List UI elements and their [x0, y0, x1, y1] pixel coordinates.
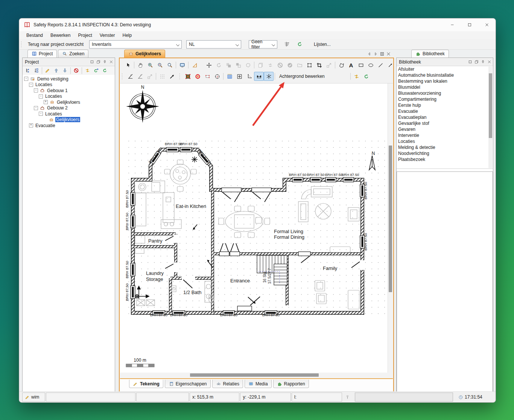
- minimize-button[interactable]: [444, 18, 461, 31]
- rectangle-tool-icon[interactable]: [356, 61, 366, 70]
- tree-row[interactable]: -Locaties: [23, 94, 115, 100]
- tree-expander-icon[interactable]: -: [29, 83, 33, 87]
- library-scrollbar[interactable]: [488, 67, 493, 168]
- show-angles-icon[interactable]: [264, 72, 274, 81]
- rotation-compass-icon[interactable]: [212, 72, 222, 81]
- tab-gelijkvloers[interactable]: Gelijkvloers: [124, 50, 165, 58]
- filter-icon[interactable]: [282, 40, 292, 49]
- tab-project[interactable]: Project: [27, 50, 57, 58]
- tree-row[interactable]: -Demo vestiging: [23, 76, 115, 82]
- library-item[interactable]: Interventie: [397, 132, 493, 138]
- group-objects-icon[interactable]: [224, 61, 233, 70]
- canvas-horizontal-scrollbar[interactable]: [120, 373, 393, 378]
- object-points-icon[interactable]: [202, 72, 212, 81]
- maximize-panel-icon[interactable]: [90, 60, 94, 64]
- replace-icon[interactable]: [265, 61, 275, 70]
- show-axes-icon[interactable]: [244, 72, 254, 81]
- measure-scale-icon[interactable]: [190, 61, 199, 70]
- refresh-icon[interactable]: [295, 40, 304, 49]
- refresh-drawing-icon[interactable]: [362, 72, 371, 81]
- tree-row[interactable]: -Gebouw 1: [23, 88, 115, 94]
- polygon-tool-icon[interactable]: [336, 61, 346, 70]
- menu-bewerken[interactable]: Bewerken: [47, 32, 74, 39]
- menu-venster[interactable]: Venster: [96, 32, 119, 39]
- crop-icon[interactable]: [314, 61, 324, 70]
- move-down-icon[interactable]: [61, 67, 69, 75]
- menu-bestand[interactable]: Bestand: [23, 32, 46, 39]
- tab-zoeken[interactable]: Zoeken: [58, 50, 88, 58]
- close-panel-icon[interactable]: [487, 60, 491, 64]
- snap-endpoint-icon[interactable]: [125, 72, 135, 81]
- maximize-panel-icon[interactable]: [468, 60, 472, 64]
- refresh-add-icon[interactable]: [92, 67, 100, 75]
- library-item[interactable]: Blusmiddel: [397, 84, 493, 90]
- lasso-select-icon[interactable]: [243, 61, 253, 70]
- fit-screen-icon[interactable]: [177, 61, 187, 70]
- tree-expander-icon[interactable]: -: [39, 94, 43, 99]
- zoom-out-icon[interactable]: [155, 61, 165, 70]
- pin-panel-icon[interactable]: [481, 60, 485, 64]
- library-item[interactable]: Compartimentering: [397, 96, 493, 102]
- close-button[interactable]: [478, 18, 496, 31]
- language-dropdown[interactable]: NL: [186, 40, 241, 49]
- tab-bibliotheek[interactable]: Bibliotheek: [411, 50, 449, 58]
- library-item[interactable]: Bluswatervoorziening: [397, 90, 493, 96]
- tree-row[interactable]: Gelijkvloers: [23, 117, 115, 123]
- library-item[interactable]: Gevaarlijke stof: [397, 120, 493, 126]
- sort-structure-icon[interactable]: [23, 67, 32, 75]
- close-panel-icon[interactable]: [109, 60, 113, 64]
- selection-frame-icon[interactable]: [304, 61, 314, 70]
- library-item[interactable]: Gevaren: [397, 126, 493, 132]
- move-up-icon[interactable]: [52, 67, 61, 75]
- show-dimensions-icon[interactable]: [254, 72, 264, 81]
- scale-object-icon[interactable]: [324, 61, 334, 70]
- snap-midpoint-icon[interactable]: [135, 72, 145, 81]
- zoom-tool-icon[interactable]: [165, 61, 175, 70]
- snap-object-icon[interactable]: [145, 72, 155, 81]
- library-item[interactable]: Automatische blusinstallatie: [397, 72, 493, 78]
- filter-dropdown[interactable]: Geen filter: [249, 40, 277, 49]
- tree-expander-icon[interactable]: +: [29, 123, 33, 127]
- document-list-icon[interactable]: [380, 52, 385, 56]
- tree-row[interactable]: -Locaties: [23, 82, 115, 88]
- pin-panel-icon[interactable]: [103, 60, 107, 64]
- tree-expander-icon[interactable]: -: [34, 106, 38, 110]
- rotate-object-icon[interactable]: [214, 61, 224, 70]
- next-document-icon[interactable]: [373, 52, 378, 56]
- library-item[interactable]: Afsluiter: [397, 66, 493, 72]
- pan-tool-icon[interactable]: [135, 61, 145, 70]
- text-tool-icon[interactable]: A: [346, 61, 356, 70]
- pointer-direction-icon[interactable]: [167, 72, 177, 81]
- tab-rapporten[interactable]: Rapporten: [273, 380, 309, 388]
- edit-background-button[interactable]: Achtergrond bewerken: [276, 72, 328, 80]
- grid-size-icon[interactable]: [234, 72, 244, 81]
- edit-item-icon[interactable]: [43, 67, 52, 75]
- tree-row[interactable]: +Gelijkvloers: [23, 99, 115, 105]
- tree-row[interactable]: +Evacuatie: [23, 123, 115, 129]
- tab-media[interactable]: Media: [245, 380, 272, 388]
- library-item[interactable]: Eerste hulp: [397, 102, 493, 108]
- library-item[interactable]: Bestemming van lokalen: [397, 78, 493, 84]
- arrow-tool-icon[interactable]: [385, 61, 395, 70]
- tab-eigenschappen[interactable]: Eigenschappen: [165, 380, 211, 388]
- snap-target-icon[interactable]: [193, 72, 202, 81]
- ungroup-objects-icon[interactable]: [233, 61, 243, 70]
- library-item[interactable]: Evacuatie: [397, 108, 493, 114]
- library-item[interactable]: Melding & detectie: [397, 144, 493, 150]
- inventory-dropdown[interactable]: Inventaris: [89, 40, 182, 49]
- library-item[interactable]: Evacuatieplan: [397, 114, 493, 120]
- ellipse-tool-icon[interactable]: [366, 61, 376, 70]
- sort-alphabetical-icon[interactable]: [32, 67, 41, 75]
- canvas-vertical-scrollbar[interactable]: [388, 83, 393, 373]
- float-panel-icon[interactable]: [474, 60, 479, 64]
- confirm-icon[interactable]: [285, 61, 295, 70]
- raster-settings-icon[interactable]: [183, 72, 193, 81]
- swap-background-icon[interactable]: [352, 72, 362, 81]
- disable-icon[interactable]: [275, 61, 285, 70]
- library-item[interactable]: Locaties: [397, 138, 493, 144]
- float-panel-icon[interactable]: [96, 60, 100, 64]
- library-item[interactable]: Plaatsbezoek: [397, 156, 493, 162]
- tree-expander-icon[interactable]: -: [39, 112, 43, 116]
- tree-expander-icon[interactable]: -: [34, 88, 38, 92]
- maximize-button[interactable]: [461, 18, 478, 31]
